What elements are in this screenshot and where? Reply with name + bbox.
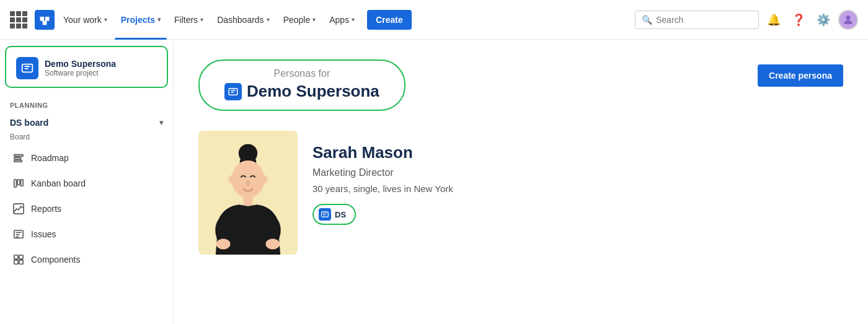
persona-details: Sarah Mason Marketing Director 30 years,… <box>312 131 453 225</box>
components-icon <box>12 253 25 266</box>
grid-menu-icon[interactable] <box>10 11 27 28</box>
svg-point-24 <box>229 175 235 183</box>
search-box[interactable]: 🔍 <box>635 11 759 29</box>
sidebar-item-kanban[interactable]: Kanban board <box>2 171 170 196</box>
project-header[interactable]: Demo Supersona Software project <box>5 46 168 88</box>
project-type: Software project <box>45 69 116 77</box>
settings-button[interactable]: ⚙️ <box>813 10 833 30</box>
chevron-down-icon: ▾ <box>159 118 163 127</box>
help-button[interactable]: ❓ <box>789 10 808 30</box>
kanban-icon <box>12 177 25 190</box>
nav-your-work[interactable]: Your work ▾ <box>57 0 113 40</box>
project-name: Demo Supersona <box>45 59 116 69</box>
nav-filters[interactable]: Filters ▾ <box>168 0 210 40</box>
svg-rect-8 <box>14 204 24 214</box>
create-button[interactable]: Create <box>367 10 412 30</box>
svg-point-22 <box>216 239 231 249</box>
svg-rect-5 <box>14 180 17 188</box>
persona-role: Marketing Director <box>312 167 453 178</box>
svg-rect-3 <box>14 157 21 159</box>
personas-project-icon <box>224 83 242 100</box>
svg-point-25 <box>262 175 268 183</box>
chevron-down-icon: ▾ <box>104 16 107 23</box>
project-icon <box>16 57 38 79</box>
content-area: Personas for Demo Supersona Create perso… <box>174 40 868 324</box>
topnav: Your work ▾ Projects ▾ Filters ▾ Dashboa… <box>0 0 868 40</box>
svg-rect-7 <box>21 180 24 186</box>
svg-point-23 <box>266 239 280 249</box>
project-info: Demo Supersona Software project <box>45 59 116 77</box>
persona-card: Sarah Mason Marketing Director 30 years,… <box>198 131 843 255</box>
svg-rect-21 <box>243 196 252 206</box>
persona-image <box>198 131 298 255</box>
sidebar-item-issues[interactable]: Issues <box>2 222 170 247</box>
personas-title-wrap: Personas for Demo Supersona <box>198 59 405 111</box>
persona-tag-label: DS <box>335 210 346 219</box>
sidebar-item-components[interactable]: Components <box>2 247 170 272</box>
notifications-button[interactable]: 🔔 <box>764 10 784 30</box>
logo[interactable] <box>35 10 55 30</box>
svg-rect-6 <box>17 180 20 185</box>
svg-point-20 <box>231 160 264 198</box>
svg-rect-14 <box>19 255 23 259</box>
search-input[interactable] <box>656 15 752 25</box>
main-layout: Demo Supersona Software project PLANNING… <box>0 40 868 324</box>
personas-header: Personas for Demo Supersona Create perso… <box>198 59 843 111</box>
issues-icon <box>12 228 25 240</box>
roadmap-icon <box>12 152 25 164</box>
search-icon: 🔍 <box>642 15 652 25</box>
nav-people[interactable]: People ▾ <box>277 0 322 40</box>
nav-dashboards[interactable]: Dashboards ▾ <box>211 0 276 40</box>
nav-apps[interactable]: Apps ▾ <box>323 0 361 40</box>
svg-rect-16 <box>19 260 23 264</box>
svg-rect-15 <box>14 260 18 264</box>
planning-label: PLANNING <box>0 94 173 113</box>
svg-point-0 <box>846 15 851 20</box>
svg-rect-13 <box>14 255 18 259</box>
sidebar-item-roadmap[interactable]: Roadmap <box>2 146 170 170</box>
persona-tag[interactable]: DS <box>312 204 356 225</box>
chevron-down-icon: ▾ <box>200 16 203 23</box>
chevron-down-icon: ▾ <box>312 16 316 23</box>
chevron-down-icon: ▾ <box>157 16 161 23</box>
personas-for-label: Personas for <box>224 68 379 79</box>
create-persona-button[interactable]: Create persona <box>758 64 843 87</box>
persona-tag-icon <box>319 208 331 221</box>
svg-rect-2 <box>14 155 23 157</box>
avatar[interactable] <box>838 10 858 30</box>
sidebar: Demo Supersona Software project PLANNING… <box>0 40 174 324</box>
ds-board-item[interactable]: DS board ▾ <box>0 113 173 133</box>
board-sub: Board <box>0 133 173 145</box>
svg-rect-4 <box>14 160 22 162</box>
nav-projects[interactable]: Projects ▾ <box>115 0 167 40</box>
personas-project-name: Demo Supersona <box>224 82 379 101</box>
reports-icon <box>12 203 25 215</box>
sidebar-item-reports[interactable]: Reports <box>2 196 170 221</box>
persona-name: Sarah Mason <box>312 143 453 162</box>
persona-description: 30 years, single, lives in New York <box>312 183 453 194</box>
chevron-down-icon: ▾ <box>352 16 355 23</box>
chevron-down-icon: ▾ <box>267 16 270 23</box>
